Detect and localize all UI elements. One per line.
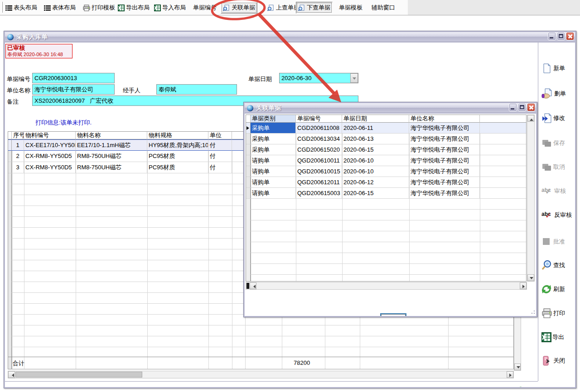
total-row: 合计 78200 [8,357,513,369]
print-button[interactable]: 打印 [541,306,575,320]
toolbar-item-label: 单据模板 [339,4,362,12]
toolbar-item-import-layout[interactable]: 导入布局 [152,2,188,14]
close-door-icon [541,355,552,366]
dialog-resize-grip[interactable] [530,309,536,315]
list-item[interactable]: 请购单 QGD200612011 2020-06-12 海宁华悦电子有限公司 [246,177,527,188]
toolbar-item-body-layout[interactable]: 表体布局 [42,2,77,14]
column-header[interactable]: 单位名称 [409,115,480,123]
toolbar-item-doc-number[interactable]: 单据编号 [191,2,218,14]
hscrollbar-thumb[interactable] [15,372,142,378]
items-grid-hscrollbar[interactable] [8,371,514,378]
unaudit-button[interactable]: abc✓ 反审核 [541,208,575,222]
doc-search-icon [298,5,305,11]
doc-date-field[interactable] [279,73,358,83]
dialog-vscrollbar[interactable] [527,115,535,282]
hscrollbar-thumb[interactable] [246,283,249,289]
toolbar-item-print-template[interactable]: 打印模板 [81,2,117,14]
toolbar-item-label: 下查单据 [307,4,330,12]
refresh-button[interactable]: 刷新 [541,282,575,296]
toolbar-grip[interactable] [1,2,3,13]
scroll-right-button[interactable] [507,371,513,378]
new-doc-icon [541,63,552,74]
toolbar-item-label: 表头布局 [14,4,37,12]
scroll-right-button[interactable] [520,282,527,289]
nav-first-record[interactable]: 首记录 [17,386,44,387]
scroll-down-button[interactable] [514,363,521,370]
dialog-globe-icon [247,105,253,111]
doc-search-icon [267,5,275,11]
toolbar-item-lookup-down[interactable]: 下查单据 [296,2,333,14]
nav-next-record[interactable]: 下一个 [99,386,125,387]
nav-last-record[interactable]: 末记录 [136,386,163,387]
minimize-button[interactable] [548,32,556,40]
modify-button[interactable]: 修改 [541,111,575,125]
toolbar-item-doc-template[interactable]: 单据模板 [337,2,364,14]
column-header[interactable]: 物料编号 [24,132,76,139]
dialog-title: 关联单据 [256,104,281,112]
toolbar-item-label: 导出布局 [126,4,150,12]
export-button[interactable]: 导出 [541,330,575,344]
list-layout-icon [5,5,12,11]
toolbar-item-related-docs[interactable]: 关联单据 [221,2,257,14]
dialog-close-button[interactable] [527,103,535,111]
toolbar-item-label: 关联单据 [232,4,255,12]
maximize-button[interactable] [557,32,565,40]
print-info-text: 打印信息:该单未打印. [35,119,92,127]
find-button[interactable]: 查找 [541,258,575,272]
modify-doc-icon [541,113,552,124]
toolbar-item-export-layout[interactable]: 导出布局 [116,2,151,14]
toolbar-item-aux-window[interactable]: 辅助窗口 [370,2,397,14]
dialog-close-action-button[interactable]: 关闭 [380,313,406,316]
column-header[interactable]: 序号 [12,132,24,139]
doc-no-field[interactable] [32,73,115,83]
unit-name-label: 单位名称 [7,86,30,95]
nav-previous-record[interactable]: 上一个 [60,386,86,387]
related-docs-grid[interactable]: 单据类别 单据编号 单据日期 单位名称 采购单 CGD200611008 202… [246,115,527,282]
new-doc-button[interactable]: 新单 [541,62,575,75]
status-detail: 奉仰斌 2020-06-30 16:48 [7,51,71,57]
handler-field[interactable] [156,84,237,95]
quick-launch-icon[interactable] [516,387,526,387]
column-header[interactable]: 物料名称 [76,132,147,139]
list-item[interactable]: 采购单 CGD200615020 2020-06-15 海宁华悦电子有限公司 [246,144,527,155]
audit-status-box: 已审核 奉仰斌 2020-06-30 16:48 [5,44,72,58]
list-item[interactable]: 请购单 QGD200610011 2020-06-10 海宁华悦电子有限公司 [246,155,527,166]
approve-button: 批准 [541,235,575,249]
close-form-button[interactable]: 关闭 [541,354,575,368]
cancel-button: 取消 [541,160,575,174]
scroll-down-button[interactable] [527,274,534,281]
scroll-up-button[interactable] [527,115,534,122]
dialog-titlebar[interactable]: 关联单据 [245,103,536,113]
print-icon [541,308,552,319]
toolbar-item-label: 导入布局 [162,4,186,12]
toolbar-gray-panel [408,0,580,15]
excel-icon [118,5,125,11]
unit-name-field[interactable] [32,84,115,95]
scroll-left-button[interactable] [8,371,15,378]
main-window-titlebar[interactable]: 采购入库单 [5,32,575,42]
list-item[interactable]: 请购单 QGD200610015 2020-06-10 海宁华悦电子有限公司 [246,166,527,177]
delete-doc-button[interactable]: 删单 [541,87,575,100]
dialog-minimize-button[interactable] [509,103,517,111]
dialog-maximize-button[interactable] [518,103,526,111]
total-value: 78200 [294,359,310,366]
dialog-hscrollbar[interactable] [246,282,527,290]
column-header[interactable]: 单据日期 [342,115,409,123]
list-item[interactable]: 请购单 QGD200615003 2020-06-15 海宁华悦电子有限公司 [246,188,527,199]
toolbar-item-header-layout[interactable]: 表头布局 [4,2,39,14]
column-header[interactable]: 单据类别 [251,115,296,123]
unaudit-icon: abc✓ [541,210,553,220]
list-item[interactable]: 采购单 CGD200613034 2020-06-13 海宁华悦电子有限公司 [246,134,527,144]
doc-search-icon [223,5,230,11]
save-icon [541,138,552,148]
scroll-left-button[interactable] [250,282,256,289]
remark-label: 备注 [7,98,19,106]
date-dropdown-button[interactable] [350,73,358,83]
list-item[interactable]: 采购单 CGD200611008 2020-06-11 海宁华悦电子有限公司 [246,123,527,134]
column-header[interactable]: 单据编号 [296,115,342,123]
column-header[interactable]: 物料规格 [147,132,208,139]
related-docs-dialog: 关联单据 单据类别 单据编号 单据日期 单位名称 [243,102,537,317]
dialog-grid-header[interactable]: 单据类别 单据编号 单据日期 单位名称 [246,115,527,123]
column-header[interactable]: 单位 [208,132,232,139]
close-button[interactable] [566,32,574,40]
